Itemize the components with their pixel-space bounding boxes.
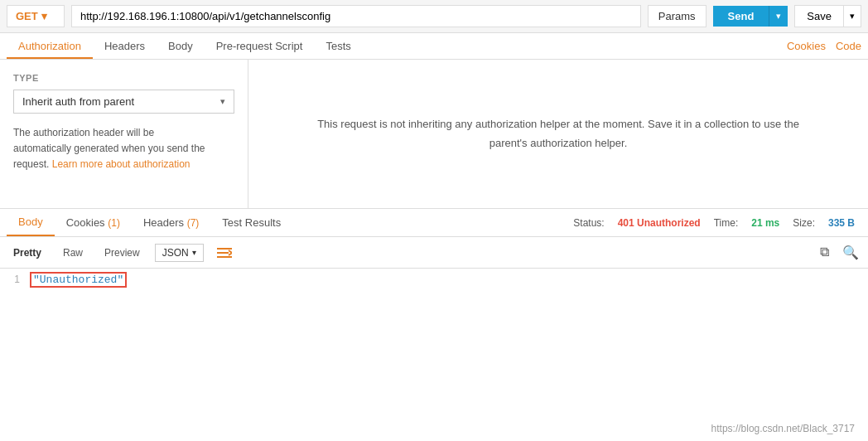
format-selector[interactable]: JSON ▾: [155, 244, 204, 262]
auth-type-value: Inherit auth from parent: [22, 95, 134, 108]
format-chevron-icon: ▾: [192, 248, 196, 257]
auth-right-panel: This request is not inheriting any autho…: [248, 60, 868, 208]
method-selector[interactable]: GET ▾: [7, 5, 65, 27]
cookies-link[interactable]: Cookies: [787, 40, 826, 52]
response-tab-body[interactable]: Body: [7, 209, 55, 236]
copy-icon[interactable]: ⧉: [817, 242, 832, 263]
view-preview[interactable]: Preview: [98, 245, 147, 261]
tab-authorization[interactable]: Authorization: [7, 33, 93, 59]
time-label: Time:: [714, 217, 739, 229]
unauthorized-text: "Unauthorized": [30, 272, 127, 288]
request-tabs: Authorization Headers Body Pre-request S…: [0, 33, 868, 60]
line-number-1: 1: [0, 272, 30, 285]
response-tabs: Body Cookies (1) Headers (7) Test Result…: [0, 209, 868, 237]
auth-left-panel: TYPE Inherit auth from parent ▾ The auth…: [0, 60, 248, 208]
auth-type-select[interactable]: Inherit auth from parent ▾: [13, 90, 234, 114]
learn-more-link[interactable]: Learn more about authorization: [52, 158, 190, 170]
auth-section: TYPE Inherit auth from parent ▾ The auth…: [0, 60, 868, 209]
response-tab-cookies[interactable]: Cookies (1): [55, 210, 132, 235]
auth-description: The authorization header will be automat…: [13, 125, 234, 173]
response-line-1: 1 "Unauthorized": [0, 269, 868, 291]
send-button[interactable]: Send: [713, 6, 769, 27]
response-tab-headers[interactable]: Headers (7): [132, 210, 210, 235]
send-group: Send ▾: [713, 6, 788, 27]
time-value: 21 ms: [751, 217, 779, 229]
method-label: GET: [16, 10, 38, 22]
wrap-icon[interactable]: [212, 245, 237, 261]
line-content-1: "Unauthorized": [30, 272, 127, 288]
top-bar: GET ▾ Params Send ▾ Save ▾: [0, 0, 868, 33]
tab-tests[interactable]: Tests: [314, 33, 362, 59]
auth-info-text: This request is not inheriting any autho…: [310, 115, 807, 152]
response-tab-test-results[interactable]: Test Results: [210, 210, 292, 235]
view-pretty[interactable]: Pretty: [7, 245, 48, 261]
status-label: Status:: [573, 217, 604, 229]
save-group: Save ▾: [794, 5, 861, 27]
url-input[interactable]: [71, 5, 641, 27]
format-value: JSON: [162, 247, 189, 259]
tab-pre-request-script[interactable]: Pre-request Script: [205, 33, 315, 59]
save-dropdown-button[interactable]: ▾: [844, 5, 861, 27]
view-raw[interactable]: Raw: [56, 245, 89, 261]
method-chevron-icon: ▾: [41, 10, 47, 22]
response-body-bar: Pretty Raw Preview JSON ▾ ⧉ 🔍: [0, 237, 868, 269]
status-info: Status: 401 Unauthorized Time: 21 ms Siz…: [573, 217, 861, 229]
tab-headers[interactable]: Headers: [93, 33, 157, 59]
size-value: 335 B: [828, 217, 855, 229]
send-dropdown-button[interactable]: ▾: [769, 6, 788, 27]
cookies-badge: (1): [108, 217, 120, 229]
search-icon[interactable]: 🔍: [840, 242, 861, 263]
save-button[interactable]: Save: [794, 5, 844, 27]
response-right-icons: ⧉ 🔍: [817, 242, 861, 263]
auth-type-label: TYPE: [13, 73, 234, 83]
watermark: https://blog.csdn.net/Black_3717: [711, 423, 855, 434]
params-button[interactable]: Params: [648, 5, 706, 27]
code-link[interactable]: Code: [836, 40, 861, 52]
headers-badge: (7): [187, 217, 200, 229]
tab-body[interactable]: Body: [157, 33, 205, 59]
auth-select-chevron-icon: ▾: [220, 96, 225, 107]
right-links: Cookies Code: [787, 40, 861, 52]
response-content: 1 "Unauthorized": [0, 269, 868, 368]
size-label: Size:: [793, 217, 815, 229]
status-value: 401 Unauthorized: [618, 217, 701, 229]
